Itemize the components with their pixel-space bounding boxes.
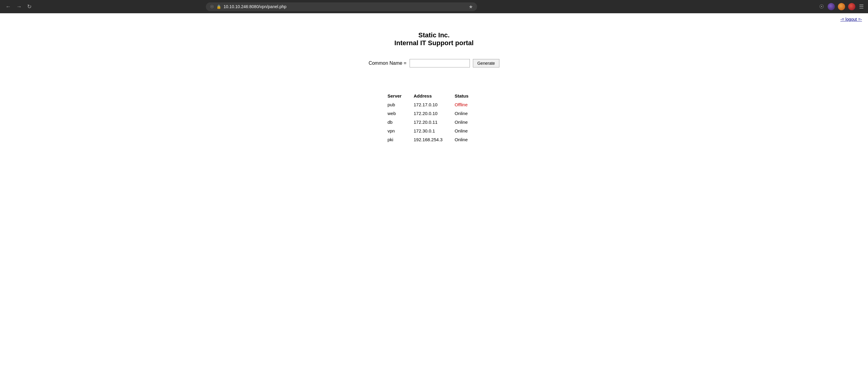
menu-button[interactable]: ☰	[858, 3, 864, 10]
portal-title: Internal IT Support portal	[395, 39, 474, 47]
cell-address: 172.20.0.11	[413, 118, 455, 127]
cell-status: Online	[455, 109, 480, 118]
avatar-orange	[838, 3, 845, 10]
avatar-purple	[828, 3, 835, 10]
cell-server: web	[388, 109, 414, 118]
cell-server: vpn	[388, 127, 414, 135]
page-content: -= logout =- Static Inc. Internal IT Sup…	[0, 13, 868, 377]
address-bar[interactable]: ☉ 🔒 10.10.10.246:8080/vpn/panel.php ★	[206, 2, 477, 11]
col-status: Status	[455, 92, 480, 100]
shield-icon: ☉	[210, 4, 214, 9]
refresh-button[interactable]: ↻	[25, 3, 33, 10]
cell-status: Online	[455, 118, 480, 127]
table-row: db172.20.0.11Online	[388, 118, 481, 127]
col-address: Address	[413, 92, 455, 100]
cell-address: 192.168.254.3	[413, 135, 455, 144]
table-header-row: Server Address Status	[388, 92, 481, 100]
cell-address: 172.17.0.10	[413, 100, 455, 109]
avatar-red	[848, 3, 855, 10]
lock-icon: 🔒	[216, 4, 221, 9]
table-row: web172.20.0.10Online	[388, 109, 481, 118]
nav-buttons: ← → ↻	[4, 3, 33, 10]
url-text: 10.10.10.246:8080/vpn/panel.php	[224, 4, 464, 9]
bookmark-button[interactable]: ★	[469, 4, 473, 10]
cell-address: 172.20.0.10	[413, 109, 455, 118]
browser-right-icons: ☉ ☰	[818, 3, 864, 10]
url-host: 10.10.10.246	[224, 4, 248, 9]
cell-address: 172.30.0.1	[413, 127, 455, 135]
browser-chrome: ← → ↻ ☉ 🔒 10.10.10.246:8080/vpn/panel.ph…	[0, 0, 868, 13]
table-row: pub172.17.0.10Offline	[388, 100, 481, 109]
main-container: Static Inc. Internal IT Support portal C…	[0, 13, 868, 144]
server-table-container: Server Address Status pub172.17.0.10Offl…	[388, 92, 481, 144]
cell-status: Online	[455, 135, 480, 144]
table-row: pki192.168.254.3Online	[388, 135, 481, 144]
logout-link[interactable]: -= logout =-	[840, 17, 862, 22]
form-section: Common Name = Generate	[369, 59, 499, 67]
generate-button[interactable]: Generate	[473, 59, 499, 67]
url-port: :8080	[248, 4, 258, 9]
back-button[interactable]: ←	[4, 3, 13, 10]
cell-server: pub	[388, 100, 414, 109]
url-path: /vpn/panel.php	[258, 4, 286, 9]
cell-server: pki	[388, 135, 414, 144]
forward-button[interactable]: →	[14, 3, 24, 10]
cell-status: Online	[455, 127, 480, 135]
server-table: Server Address Status pub172.17.0.10Offl…	[388, 92, 481, 144]
col-server: Server	[388, 92, 414, 100]
common-name-input[interactable]	[410, 59, 470, 67]
common-name-label: Common Name =	[369, 61, 407, 66]
shield-button[interactable]: ☉	[818, 3, 825, 10]
cell-server: db	[388, 118, 414, 127]
site-title: Static Inc. Internal IT Support portal	[395, 31, 474, 47]
company-name: Static Inc.	[395, 31, 474, 39]
cell-status: Offline	[455, 100, 480, 109]
table-row: vpn172.30.0.1Online	[388, 127, 481, 135]
